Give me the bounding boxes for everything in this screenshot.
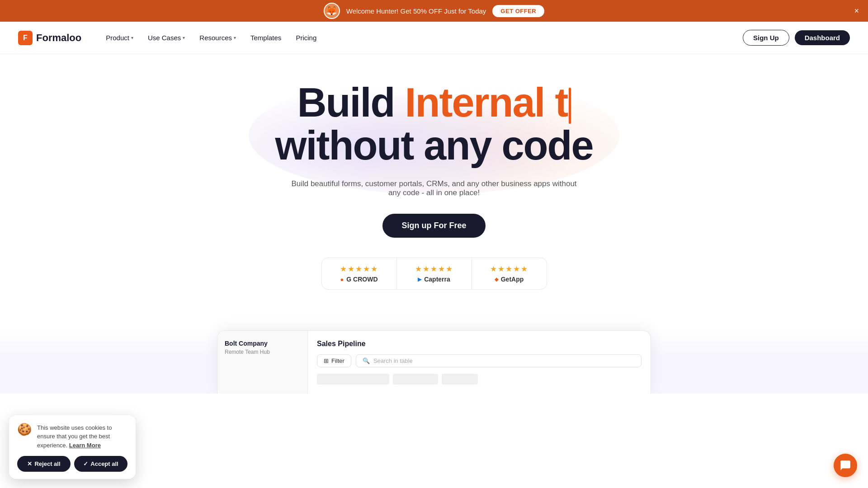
preview-section: Bolt Company Remote Team Hub Sales Pipel… xyxy=(0,330,868,394)
logo-text: Formaloo xyxy=(36,32,81,44)
stars-crowd: ★★★★★ xyxy=(340,264,378,274)
rating-item-crowd: ★★★★★ ● G CROWD xyxy=(322,258,397,289)
platform-getapp: ◆ GetApp xyxy=(495,276,524,283)
preview-card: Bolt Company Remote Team Hub Sales Pipel… xyxy=(217,330,651,394)
preview-company-sub: Remote Team Hub xyxy=(225,349,300,355)
nav-links: Product ▾ Use Cases ▾ Resources ▾ Templa… xyxy=(99,30,743,45)
search-icon: 🔍 xyxy=(363,357,370,364)
hero-title-orange: Internal t xyxy=(405,80,567,125)
rating-item-getapp: ★★★★★ ◆ GetApp xyxy=(472,258,547,289)
hero-title: Build Internal t without any code xyxy=(275,81,593,167)
nav-item-usecases[interactable]: Use Cases ▾ xyxy=(142,30,191,45)
preview-cell-1 xyxy=(317,374,389,385)
nav-item-pricing[interactable]: Pricing xyxy=(289,30,323,45)
getapp-icon: ◆ xyxy=(495,277,498,282)
chevron-down-icon: ▾ xyxy=(131,35,133,40)
cursor-icon xyxy=(569,88,571,124)
rating-bar: ★★★★★ ● G CROWD ★★★★★ ▶ Capterra ★★★★★ ◆… xyxy=(321,258,547,290)
banner-close-button[interactable]: × xyxy=(854,7,859,15)
banner-avatar: 🦊 xyxy=(324,3,340,19)
capterra-icon: ▶ xyxy=(418,277,421,282)
preview-filter-button[interactable]: ⊞ Filter xyxy=(317,354,351,367)
hero-title-part1: Build xyxy=(297,80,405,125)
stars-capterra: ★★★★★ xyxy=(415,264,453,274)
preview-sidebar: Bolt Company Remote Team Hub xyxy=(217,331,308,394)
logo[interactable]: F Formaloo xyxy=(18,31,81,45)
preview-toolbar: ⊞ Filter 🔍 Search in table xyxy=(317,354,642,367)
preview-table-row xyxy=(317,374,642,385)
nav-actions: Sign Up Dashboard xyxy=(743,30,850,46)
hero-cta-button[interactable]: Sign up For Free xyxy=(382,214,485,238)
nav-item-resources[interactable]: Resources ▾ xyxy=(193,30,242,45)
nav-item-templates[interactable]: Templates xyxy=(244,30,288,45)
preview-cell-3 xyxy=(442,374,478,385)
preview-company-name: Bolt Company xyxy=(225,340,300,347)
hero-title-part2: without any code xyxy=(275,123,593,168)
banner-cta-button[interactable]: GET OFFER xyxy=(492,5,544,17)
logo-icon: F xyxy=(18,31,33,45)
platform-capterra: ▶ Capterra xyxy=(418,276,450,283)
filter-icon: ⊞ xyxy=(324,357,329,364)
preview-search-field[interactable]: 🔍 Search in table xyxy=(356,354,642,367)
preview-main: Sales Pipeline ⊞ Filter 🔍 Search in tabl… xyxy=(308,331,651,394)
hero-section: Build Internal t without any code Build … xyxy=(0,54,868,308)
platform-crowd: ● G CROWD xyxy=(340,276,377,283)
dashboard-button[interactable]: Dashboard xyxy=(795,30,850,45)
preview-table-title: Sales Pipeline xyxy=(317,340,642,348)
top-banner: 🦊 Welcome Hunter! Get 50% OFF Just for T… xyxy=(0,0,868,22)
nav-item-product[interactable]: Product ▾ xyxy=(99,30,140,45)
chevron-down-icon: ▾ xyxy=(234,35,236,40)
stars-getapp: ★★★★★ xyxy=(490,264,528,274)
crowd-icon: ● xyxy=(340,276,344,283)
chevron-down-icon: ▾ xyxy=(183,35,185,40)
preview-cell-2 xyxy=(393,374,438,385)
navbar: F Formaloo Product ▾ Use Cases ▾ Resourc… xyxy=(0,22,868,54)
hero-subtitle: Build beautiful forms, customer portals,… xyxy=(289,179,579,197)
rating-item-capterra: ★★★★★ ▶ Capterra xyxy=(397,258,472,289)
banner-text: Welcome Hunter! Get 50% OFF Just for Tod… xyxy=(346,7,486,15)
signup-button[interactable]: Sign Up xyxy=(743,30,789,46)
